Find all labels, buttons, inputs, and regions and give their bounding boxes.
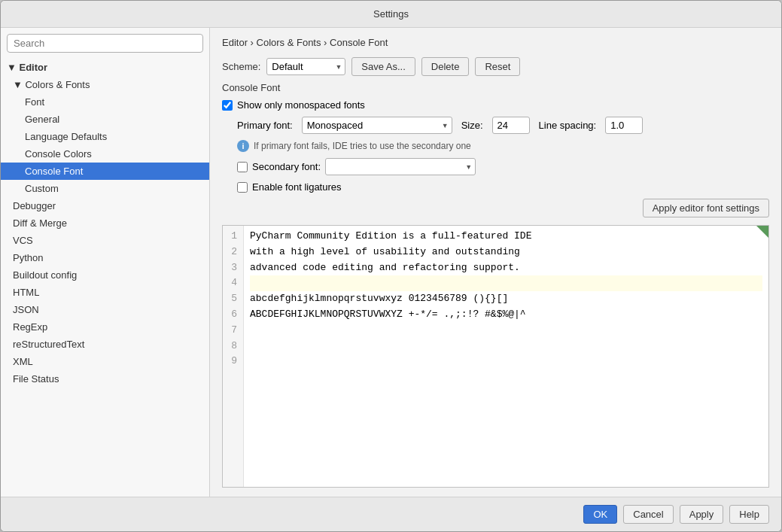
secondary-font-label: Secondary font:	[252, 161, 321, 172]
sidebar-item-debugger[interactable]: Debugger	[1, 197, 209, 214]
sidebar-item-custom[interactable]: Custom	[1, 180, 209, 197]
preview-line-2: with a high level of usability and outst…	[250, 245, 762, 260]
preview-line-1: PyCharm Community Edition is a full-feat…	[250, 229, 762, 245]
apply-button[interactable]: Apply	[680, 505, 724, 524]
delete-button[interactable]: Delete	[421, 57, 470, 76]
sidebar-item-json[interactable]: JSON	[1, 301, 209, 318]
ligatures-checkbox[interactable]	[237, 182, 248, 193]
secondary-font-select-wrapper	[325, 158, 476, 175]
sidebar-item-general[interactable]: General	[1, 111, 209, 128]
show-monospaced-checkbox[interactable]	[222, 100, 233, 111]
secondary-font-row: Secondary font:	[222, 158, 769, 175]
sidebar-item-diff-merge[interactable]: Diff & Merge	[1, 214, 209, 232]
primary-font-label: Primary font:	[237, 120, 293, 131]
title-text: Settings	[373, 8, 409, 20]
sidebar-item-editor[interactable]: ▼ Editor	[1, 59, 209, 76]
breadcrumb-text: Editor › Colors & Fonts › Console Font	[222, 37, 388, 48]
sidebar: ▼ Editor▼ Colors & FontsFontGeneralLangu…	[1, 28, 210, 497]
line-numbers: 123456789	[223, 226, 244, 487]
code-content: PyCharm Community Edition is a full-feat…	[244, 226, 768, 487]
help-button[interactable]: Help	[729, 505, 769, 524]
sidebar-item-restructuredtext[interactable]: reStructuredText	[1, 336, 209, 353]
show-monospaced-row: Show only monospaced fonts	[222, 99, 769, 111]
secondary-font-checkbox[interactable]	[237, 162, 248, 172]
scheme-select-wrapper: Default Darcula High contrast	[266, 58, 345, 75]
preview-line-5: abcdefghijklmnopqrstuvwxyz 0123456789 ()…	[250, 291, 762, 307]
sidebar-item-colors-fonts[interactable]: ▼ Colors & Fonts	[1, 76, 209, 93]
sidebar-items-container: ▼ Editor▼ Colors & FontsFontGeneralLangu…	[1, 59, 209, 388]
sidebar-item-console-colors[interactable]: Console Colors	[1, 145, 209, 163]
info-row: i If primary font fails, IDE tries to us…	[222, 140, 769, 152]
sidebar-item-buildout-config[interactable]: Buildout config	[1, 266, 209, 284]
search-input[interactable]	[7, 34, 203, 53]
sidebar-item-vcs[interactable]: VCS	[1, 232, 209, 249]
main-content: Editor › Colors & Fonts › Console Font S…	[210, 28, 781, 497]
sidebar-item-file-status[interactable]: File Status	[1, 370, 209, 388]
sidebar-item-regexp[interactable]: RegExp	[1, 318, 209, 336]
sidebar-item-font[interactable]: Font	[1, 93, 209, 111]
preview-line-3: advanced code editing and refactoring su…	[250, 260, 762, 276]
dialog-body: ▼ Editor▼ Colors & FontsFontGeneralLangu…	[1, 28, 781, 497]
ligatures-row: Enable font ligatures	[222, 181, 769, 193]
sidebar-item-console-font[interactable]: Console Font	[1, 163, 209, 180]
sidebar-item-language-defaults[interactable]: Language Defaults	[1, 128, 209, 145]
primary-font-select[interactable]: Monospaced Consolas Courier New DejaVu S…	[302, 117, 452, 134]
secondary-font-select[interactable]	[325, 158, 476, 175]
apply-editor-font-button[interactable]: Apply editor font settings	[643, 199, 769, 217]
breadcrumb: Editor › Colors & Fonts › Console Font	[222, 37, 769, 48]
primary-font-select-wrapper: Monospaced Consolas Courier New DejaVu S…	[302, 117, 452, 134]
preview-area: 123456789 PyCharm Community Edition is a…	[222, 225, 769, 488]
dialog-title: Settings	[1, 1, 781, 28]
preview-line-9	[250, 354, 762, 369]
ok-button[interactable]: OK	[583, 505, 617, 524]
preview-line-8	[250, 339, 762, 354]
reset-button[interactable]: Reset	[475, 57, 520, 76]
scheme-select[interactable]: Default Darcula High contrast	[266, 58, 345, 75]
sidebar-item-xml[interactable]: XML	[1, 353, 209, 370]
preview-line-7	[250, 323, 762, 339]
info-text: If primary font fails, IDE tries to use …	[254, 141, 471, 151]
ligatures-label: Enable font ligatures	[252, 181, 342, 193]
dialog-footer: OK Cancel Apply Help	[1, 497, 781, 531]
line-spacing-label: Line spacing:	[539, 120, 597, 131]
line-spacing-input[interactable]	[605, 117, 643, 134]
cancel-button[interactable]: Cancel	[623, 505, 673, 524]
save-as-button[interactable]: Save As...	[351, 57, 415, 76]
size-input[interactable]	[492, 117, 530, 134]
info-icon: i	[237, 140, 249, 152]
scheme-label: Scheme:	[222, 61, 260, 72]
sidebar-item-html[interactable]: HTML	[1, 284, 209, 301]
apply-btn-row: Apply editor font settings	[222, 199, 769, 217]
preview-line-6: ABCDEFGHIJKLMNOPQRSTUVWXYZ +-*/= .,;:!? …	[250, 307, 762, 323]
console-font-section-label: Console Font	[222, 82, 769, 93]
scheme-row: Scheme: Default Darcula High contrast Sa…	[222, 57, 769, 76]
settings-dialog: Settings ▼ Editor▼ Colors & FontsFontGen…	[0, 0, 782, 532]
show-monospaced-label: Show only monospaced fonts	[237, 99, 365, 111]
primary-font-row: Primary font: Monospaced Consolas Courie…	[222, 117, 769, 134]
preview-line-4	[250, 275, 762, 291]
size-label: Size:	[461, 120, 483, 131]
sidebar-item-python[interactable]: Python	[1, 249, 209, 266]
